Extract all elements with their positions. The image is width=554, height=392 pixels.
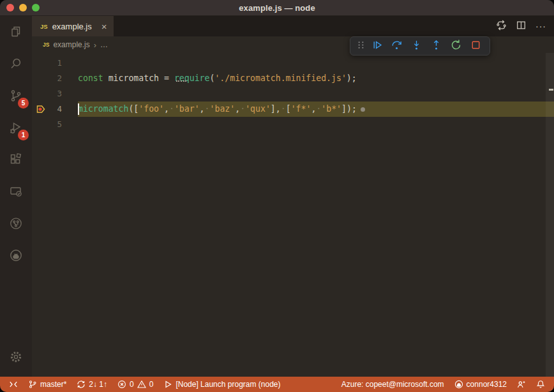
code-token: , [235,104,240,114]
status-remote-indicator[interactable] [4,377,23,392]
close-tab-icon[interactable]: × [101,22,107,31]
tab-example-js[interactable]: JS example.js × [32,16,114,36]
feedback-icon [517,380,526,389]
activity-item-github[interactable] [0,239,32,271]
title-bar[interactable]: example.js — node [0,0,554,16]
minimize-button[interactable] [19,4,27,11]
debug-continue-button[interactable] [367,38,387,54]
code-token [169,73,174,83]
gutter-line-3[interactable]: 3 [32,86,78,102]
status-git-branch[interactable]: master* [23,377,71,392]
status-notifications[interactable] [531,377,550,392]
code-line-content: const micromatch = require('./micromatch… [78,71,554,86]
status-azure-account[interactable]: Azure: copeet@microsoft.com [336,377,449,392]
status-problems-label: 0 [130,380,134,389]
debug-drag-handle-button[interactable] [354,38,367,54]
remote-icon [9,380,18,389]
activity-item-pull-requests[interactable] [0,207,32,239]
status-problems[interactable]: 00 [112,377,158,392]
status-sync-changes[interactable]: 2↓ 1↑ [71,377,112,392]
code-line-1[interactable]: 1 [32,56,554,71]
debug-step-out-button[interactable] [426,38,446,54]
code-token: 'baz' [210,104,236,114]
code-line-3[interactable]: 3 [32,86,554,102]
code-line-content [78,117,554,132]
overview-ruler-scrollbar[interactable] [546,53,554,377]
debug-step-over-button[interactable] [387,38,407,54]
activity-item-settings[interactable] [0,341,32,373]
code-token: 'foo' [138,104,164,114]
tab-bar: JS example.js × ··· [32,16,554,36]
activity-item-run-and-debug[interactable]: 1 [0,112,32,144]
activity-bar: 51 [0,16,32,377]
code-token: · [205,104,210,114]
activity-badge: 1 [18,130,29,140]
debug-stop-button[interactable] [466,38,486,54]
sync-icon [77,380,86,389]
editor-lines: 12const micromatch = require('./micromat… [32,56,554,132]
code-token: , [164,104,169,114]
restart-icon [450,39,462,54]
code-token: const [78,73,103,83]
gutter-line-5[interactable]: 5 [32,117,78,132]
breadcrumb-file[interactable]: example.js [53,40,89,49]
github-icon [8,248,24,263]
activity-item-remote-explorer[interactable] [0,176,32,207]
branch-icon [28,380,37,389]
code-line-5[interactable]: 5 [32,117,554,132]
code-line-4[interactable]: 4micromatch(['foo',·'bar',·'baz',·'qux']… [32,102,554,117]
more-actions-button[interactable]: ··· [535,21,546,31]
js-file-icon: JS [43,41,49,48]
activity-item-extensions[interactable] [0,144,32,176]
code-line-content [78,86,554,102]
status-bar-left: master*2↓ 1↑00[Node] Launch program (nod… [4,377,286,392]
activity-item-explorer[interactable] [0,16,32,48]
pull-requests-icon [8,216,24,231]
activity-bar-top: 51 [0,16,32,271]
step-out-icon [430,39,442,54]
code-token: micromatch [103,73,164,83]
zoom-button[interactable] [32,4,40,11]
open-changes-icon [496,20,507,33]
code-token: , [200,104,205,114]
gutter-line-2[interactable]: 2 [32,71,78,86]
ruler-hint-marker [549,89,553,91]
code-token: './micromatch.minified.js' [214,73,346,83]
activity-item-source-control[interactable]: 5 [0,80,32,112]
code-token: · [281,104,286,114]
code-editor[interactable]: 12const micromatch = require('./micromat… [32,53,554,377]
github-small-icon [454,380,463,389]
gutter-line-1[interactable]: 1 [32,56,78,71]
editor-group: JS example.js × ··· JS example.js › … 12… [32,16,554,377]
status-azure-account-label: Azure: copeet@microsoft.com [341,380,444,389]
status-debug-launch-label: [Node] Launch program (node) [176,380,280,389]
more-actions-label: ··· [535,21,546,31]
status-bar: master*2↓ 1↑00[Node] Launch program (nod… [0,377,554,392]
status-github-account[interactable]: connor4312 [449,377,512,392]
activity-item-search[interactable] [0,48,32,80]
code-token: ([ [128,104,138,114]
code-token: ]); [341,104,357,114]
status-feedback[interactable] [512,377,531,392]
code-token: · [169,104,174,114]
code-line-content [78,56,554,71]
step-over-icon [391,39,403,54]
stop-icon [470,39,482,54]
gutter-line-4[interactable]: 4 [32,102,78,117]
code-line-2[interactable]: 2const micromatch = require('./micromatc… [32,71,554,86]
breadcrumb-symbol[interactable]: … [100,40,108,49]
inline-breakpoint-dot [361,107,365,112]
debug-restart-button[interactable] [446,38,466,54]
debug-step-into-button[interactable] [407,38,426,54]
play-icon [163,380,172,389]
open-changes-button[interactable] [496,20,507,33]
js-file-icon: JS [40,23,48,30]
line-number: 4 [57,104,62,114]
error-icon [117,380,126,389]
code-token: micromatch [78,104,128,114]
status-debug-launch[interactable]: [Node] Launch program (node) [158,377,285,392]
close-button[interactable] [6,4,14,11]
code-token: require [174,73,210,83]
status-git-branch-label: master* [40,380,66,389]
split-editor-button[interactable] [516,20,527,33]
